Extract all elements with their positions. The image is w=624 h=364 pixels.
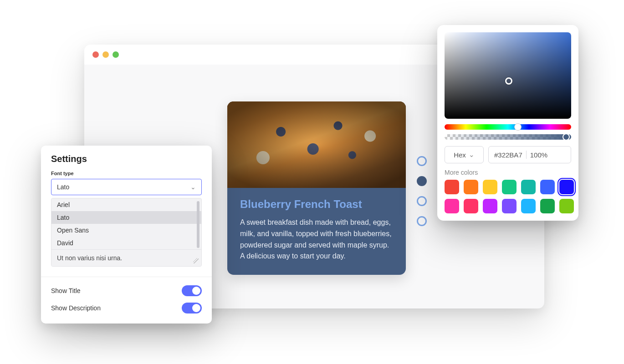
color-value-row: Hex ⌄ #322BA7 100% bbox=[445, 146, 571, 163]
swatch-12[interactable] bbox=[521, 199, 536, 213]
divider bbox=[41, 277, 212, 277]
opacity-value: 100% bbox=[530, 151, 547, 159]
show-title-label: Show Title bbox=[51, 287, 81, 294]
card-title: Blueberry French Toast bbox=[240, 198, 393, 211]
carousel-dots bbox=[417, 156, 427, 226]
swatch-6[interactable] bbox=[540, 180, 555, 194]
font-option-ariel[interactable]: Ariel bbox=[51, 198, 201, 211]
carousel-dot-4[interactable] bbox=[417, 216, 427, 226]
swatch-10[interactable] bbox=[483, 199, 497, 213]
font-type-label: Font type bbox=[51, 171, 202, 176]
settings-title: Settings bbox=[51, 154, 202, 164]
color-format-select[interactable]: Hex ⌄ bbox=[445, 146, 484, 163]
font-sample-text[interactable]: Ut non varius nisi urna. bbox=[51, 249, 201, 266]
font-select[interactable]: Lato ⌄ bbox=[51, 179, 202, 195]
swatch-11[interactable] bbox=[502, 199, 517, 213]
show-description-label: Show Description bbox=[51, 304, 101, 312]
swatch-4[interactable] bbox=[502, 180, 517, 194]
show-description-row: Show Description bbox=[51, 296, 202, 313]
swatch-1[interactable] bbox=[445, 180, 459, 194]
swatch-2[interactable] bbox=[464, 180, 478, 194]
color-swatches bbox=[445, 180, 571, 213]
color-format-value: Hex bbox=[454, 151, 466, 159]
alpha-slider[interactable] bbox=[445, 134, 571, 140]
swatch-5[interactable] bbox=[521, 180, 536, 194]
font-select-value: Lato bbox=[57, 183, 69, 191]
font-dropdown: Ariel Lato Open Sans David Ut non varius… bbox=[51, 198, 202, 267]
color-value-input[interactable]: #322BA7 100% bbox=[488, 146, 571, 163]
swatch-14[interactable] bbox=[559, 199, 574, 213]
more-colors-label: More colors bbox=[445, 169, 571, 176]
swatch-7[interactable] bbox=[559, 180, 574, 194]
dropdown-scrollbar[interactable] bbox=[197, 201, 199, 248]
font-option-lato[interactable]: Lato bbox=[51, 211, 201, 224]
close-window-icon[interactable] bbox=[92, 51, 99, 58]
hue-slider[interactable] bbox=[445, 124, 571, 130]
minimize-window-icon[interactable] bbox=[102, 51, 109, 58]
show-title-toggle[interactable] bbox=[182, 285, 202, 296]
card-body: Blueberry French Toast A sweet breakfast… bbox=[227, 188, 406, 275]
hue-thumb-icon[interactable] bbox=[514, 123, 522, 131]
carousel-dot-3[interactable] bbox=[417, 196, 427, 206]
show-title-row: Show Title bbox=[51, 279, 202, 296]
carousel-dot-1[interactable] bbox=[417, 156, 427, 166]
saturation-value-area[interactable] bbox=[445, 32, 571, 119]
settings-panel: Settings Font type Lato ⌄ Ariel Lato Ope… bbox=[41, 146, 212, 324]
hex-value: #322BA7 bbox=[494, 151, 522, 159]
swatch-8[interactable] bbox=[445, 199, 459, 213]
content-card: Blueberry French Toast A sweet breakfast… bbox=[227, 101, 406, 275]
sv-cursor-icon[interactable] bbox=[505, 77, 512, 85]
maximize-window-icon[interactable] bbox=[113, 51, 119, 58]
font-option-open-sans[interactable]: Open Sans bbox=[51, 224, 201, 237]
separator bbox=[526, 151, 527, 159]
carousel-dot-2[interactable] bbox=[417, 176, 427, 186]
chevron-down-icon: ⌄ bbox=[469, 151, 475, 159]
swatch-13[interactable] bbox=[540, 199, 555, 213]
show-description-toggle[interactable] bbox=[182, 303, 202, 313]
card-image bbox=[227, 101, 406, 188]
swatch-3[interactable] bbox=[483, 180, 497, 194]
swatch-9[interactable] bbox=[464, 199, 478, 213]
chevron-down-icon: ⌄ bbox=[190, 183, 196, 191]
alpha-thumb-icon[interactable] bbox=[563, 133, 570, 141]
font-option-david[interactable]: David bbox=[51, 237, 201, 249]
card-description: A sweet breakfast dish made with bread, … bbox=[240, 217, 393, 262]
color-picker-panel: Hex ⌄ #322BA7 100% More colors bbox=[437, 25, 578, 221]
